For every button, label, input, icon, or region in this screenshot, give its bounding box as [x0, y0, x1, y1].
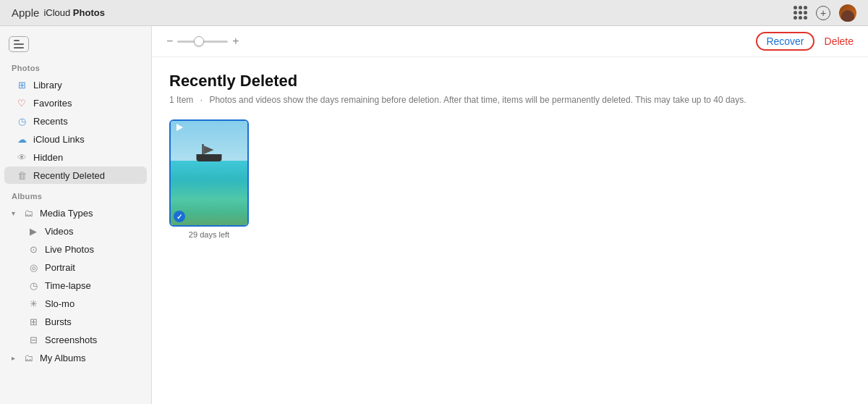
sidebar-toolbar [0, 32, 151, 56]
sidebar-item-label: Favorites [33, 98, 72, 109]
delete-button[interactable]: Delete [825, 35, 854, 47]
my-albums-arrow-icon: ▸ [12, 354, 15, 362]
sidebar-item-library[interactable]: ⊞ Library [4, 76, 147, 93]
recents-icon: ◷ [16, 115, 27, 127]
recently-deleted-icon: 🗑 [16, 169, 27, 181]
sidebar-item-icloud-links[interactable]: ☁ iCloud Links [4, 130, 147, 148]
title-bar-left: Apple iCloud Photos [12, 7, 105, 19]
zoom-controls: − + [166, 35, 239, 47]
content-toolbar: − + Recover Delete [152, 26, 868, 57]
toolbar-right: Recover Delete [756, 32, 854, 51]
icloud-links-icon: ☁ [16, 133, 27, 145]
page-content: Recently Deleted 1 Item · Photos and vid… [152, 57, 868, 404]
avatar[interactable] [839, 4, 856, 22]
sidebar-toggle-button[interactable] [9, 36, 29, 52]
sidebar-item-favorites[interactable]: ♡ Favorites [4, 94, 147, 111]
sidebar-item-label: Media Types [40, 208, 93, 219]
sidebar-item-label: iCloud Links [33, 134, 85, 145]
sidebar-item-recents[interactable]: ◷ Recents [4, 112, 147, 130]
sidebar-item-screenshots[interactable]: ⊟ Screenshots [4, 331, 147, 348]
sidebar-item-label: Hidden [33, 152, 63, 163]
video-badge [174, 124, 184, 131]
sidebar-item-media-types[interactable]: ▾ 🗂 Media Types [4, 204, 147, 222]
ocean-scene [171, 121, 247, 225]
screenshots-icon: ⊟ [27, 334, 39, 345]
page-title: Recently Deleted [169, 72, 851, 91]
slomo-icon: ✳ [27, 298, 39, 309]
sidebar-item-label: Portrait [45, 262, 75, 273]
sidebar-item-time-lapse[interactable]: ◷ Time-lapse [4, 277, 147, 294]
sidebar-item-label: Videos [45, 226, 74, 237]
zoom-in-button[interactable]: + [232, 35, 239, 47]
zoom-slider[interactable] [177, 41, 228, 43]
live-photos-icon: ⊙ [27, 243, 39, 255]
sidebar-toggle-icon [14, 40, 24, 49]
recover-button[interactable]: Recover [756, 32, 814, 51]
selected-checkmark [174, 211, 185, 222]
sidebar-item-label: Time-lapse [45, 280, 91, 291]
item-count: 1 Item [169, 95, 193, 105]
hidden-icon: 👁 [16, 151, 27, 163]
sidebar-item-recently-deleted[interactable]: 🗑 Recently Deleted [4, 167, 147, 184]
timelapse-icon: ◷ [27, 279, 39, 291]
app-title: iCloud Photos [43, 7, 105, 18]
sidebar-item-label: Recents [33, 116, 68, 127]
sidebar-item-slo-mo[interactable]: ✳ Slo-mo [4, 295, 147, 312]
favorites-icon: ♡ [16, 97, 27, 109]
page-description: 1 Item · Photos and videos show the days… [169, 95, 851, 105]
media-types-icon: 🗂 [22, 207, 34, 219]
my-albums-icon: 🗂 [22, 352, 34, 363]
sidebar-item-videos[interactable]: ▶ Videos [4, 222, 147, 240]
videos-icon: ▶ [27, 225, 39, 237]
content-area: − + Recover Delete Recently Deleted 1 It… [152, 26, 868, 404]
sidebar-item-label: Recently Deleted [33, 170, 105, 181]
photo-thumbnail[interactable] [169, 119, 249, 227]
app-name-photos: Photos [73, 7, 105, 18]
video-play-icon [176, 124, 183, 131]
sidebar: Photos ⊞ Library ♡ Favorites ◷ Recents ☁… [0, 26, 152, 404]
sidebar-item-bursts[interactable]: ⊞ Bursts [4, 313, 147, 330]
app-name-icloud: iCloud [43, 7, 70, 18]
photo-item[interactable]: 29 days left [169, 119, 249, 239]
sidebar-item-label: Bursts [45, 316, 72, 327]
add-button[interactable]: + [816, 6, 830, 20]
zoom-out-button[interactable]: − [166, 35, 173, 47]
albums-section-header: Albums [0, 185, 151, 203]
sidebar-item-label: My Albums [40, 353, 86, 363]
collapse-arrow-icon: ▾ [12, 209, 15, 217]
boat-silhouette [197, 154, 222, 161]
main-layout: Photos ⊞ Library ♡ Favorites ◷ Recents ☁… [0, 26, 868, 404]
library-icon: ⊞ [16, 79, 27, 91]
sidebar-item-label: Slo-mo [45, 298, 75, 309]
portrait-icon: ◎ [27, 261, 39, 273]
sidebar-item-label: Screenshots [45, 334, 97, 345]
sidebar-item-label: Live Photos [45, 244, 94, 255]
photos-section-header: Photos [0, 56, 151, 75]
photo-days-label: 29 days left [189, 230, 229, 239]
sidebar-item-label: Library [33, 80, 62, 91]
grid-apps-icon[interactable] [793, 6, 807, 20]
sidebar-item-hidden[interactable]: 👁 Hidden [4, 148, 147, 166]
description-text: Photos and videos show the days remainin… [209, 95, 746, 105]
title-bar: Apple iCloud Photos + [0, 0, 868, 26]
sidebar-item-portrait[interactable]: ◎ Portrait [4, 258, 147, 276]
sidebar-item-my-albums[interactable]: ▸ 🗂 My Albums [4, 349, 147, 366]
sidebar-item-live-photos[interactable]: ⊙ Live Photos [4, 240, 147, 258]
title-bar-right: + [793, 4, 856, 22]
apple-logo-icon: Apple [12, 7, 39, 19]
bursts-icon: ⊞ [27, 316, 39, 327]
separator: · [200, 95, 203, 105]
photo-grid: 29 days left [169, 119, 851, 239]
